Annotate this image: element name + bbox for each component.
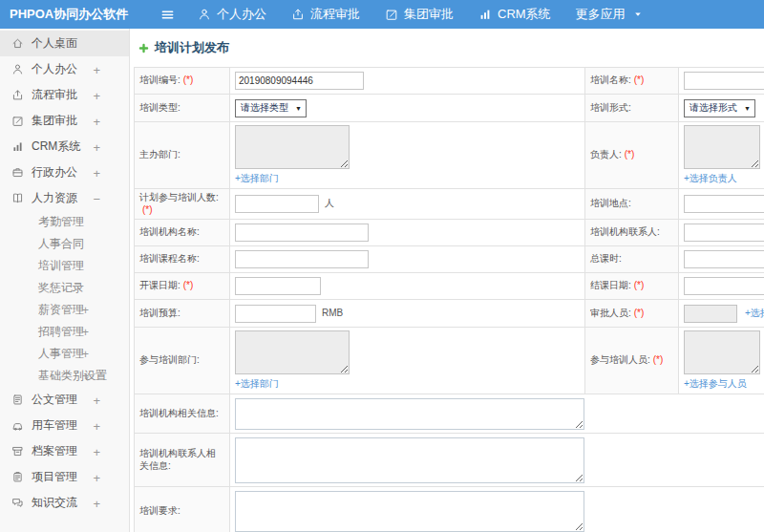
participating-staff-textarea[interactable] (684, 330, 760, 374)
field-cell: +选择负责人 (679, 122, 764, 189)
sidebar-item-project-management[interactable]: 项目管理+ (0, 464, 129, 490)
planned-participants-input[interactable] (235, 195, 319, 213)
form-row: 计划参与培训人数:(*)人培训地点: (135, 189, 764, 220)
sidebar-subitem-recruit-management[interactable]: 招聘管理+ (0, 321, 129, 343)
sidebar-subitem-personnel-contract[interactable]: 人事合同 (0, 233, 129, 255)
field-label-training-budget: 培训预算: (135, 300, 230, 328)
total-hours-input[interactable] (684, 250, 764, 268)
sidebar-item-archive-management[interactable]: 档案管理+ (0, 438, 129, 464)
topnav-item-personal-office[interactable]: 个人办公 (198, 6, 266, 23)
label-text: 参与培训部门: (139, 354, 200, 365)
training-location-input[interactable] (684, 195, 764, 213)
required-marker: (*) (653, 354, 664, 365)
participating-departments-textarea[interactable] (235, 330, 350, 374)
field-label-org-info: 培训机构相关信息: (135, 394, 230, 434)
topnav-item-workflow-approval[interactable]: 流程审批 (291, 6, 360, 23)
field-cell (230, 68, 585, 95)
sidebar-item-label: 公文管理 (32, 392, 77, 408)
expand-toggle-icon[interactable]: + (93, 63, 100, 75)
sidebar-item-personal-desktop[interactable]: 个人桌面 (0, 31, 129, 56)
sidebar-subitem-salary-management[interactable]: 薪资管理+ (0, 299, 129, 321)
sidebar-subitem-base-category-setting[interactable]: 基础类别设置+ (0, 365, 129, 387)
label-text: 结课日期: (590, 280, 631, 290)
label-text: 计划参与培训人数: (139, 192, 219, 202)
topnav-item-crm-system[interactable]: CRM系统 (478, 6, 551, 23)
expand-toggle-icon[interactable]: + (93, 115, 100, 127)
form-row: 培训课程名称:总课时: (135, 246, 764, 273)
sidebar-item-admin-office[interactable]: 行政办公+ (0, 160, 129, 185)
sidebar-item-human-resources[interactable]: 人力资源− (0, 185, 129, 211)
field-cell (230, 394, 764, 434)
sidebar-item-personal-office[interactable]: 个人办公+ (0, 56, 129, 82)
org-contact-info-textarea[interactable] (235, 437, 584, 483)
sidebar-item-document-management[interactable]: 公文管理+ (0, 387, 129, 413)
expand-toggle-icon[interactable]: + (93, 445, 100, 458)
leader-textarea[interactable] (684, 125, 760, 169)
hamburger-menu-icon (160, 8, 175, 22)
label-text: 培训机构名称: (139, 226, 200, 237)
expand-toggle-icon[interactable]: + (93, 89, 100, 101)
expand-toggle-icon[interactable]: + (93, 497, 100, 509)
field-cell (230, 246, 585, 273)
course-name-input[interactable] (235, 250, 369, 268)
sidebar-subitem-attendance-management[interactable]: 考勤管理 (0, 211, 129, 233)
content-shell: 个人桌面个人办公+流程审批+集团审批+CRM系统+行政办公+人力资源−考勤管理人… (0, 29, 764, 532)
topnav-item-group-approval[interactable]: 集团审批 (385, 6, 454, 23)
sidebar-subitem-label: 薪资管理 (38, 302, 84, 318)
training-budget-input[interactable] (235, 305, 316, 323)
sidebar-item-workflow-approval[interactable]: 流程审批+ (0, 82, 129, 108)
training-form-select[interactable]: 请选择形式▼ (684, 99, 755, 117)
select-department-link[interactable]: +选择部门 (235, 172, 580, 185)
select-leader-link[interactable]: +选择负责人 (684, 172, 764, 185)
expand-toggle-icon[interactable]: + (93, 419, 100, 432)
sidebar-subitem-training-management[interactable]: 培训管理 (0, 255, 129, 277)
expand-toggle-icon[interactable]: + (93, 166, 100, 179)
expand-toggle-icon[interactable]: − (93, 192, 100, 204)
sidebar-subitem-label: 人事管理 (38, 346, 84, 362)
topnav-item-more-apps[interactable]: 更多应用 (576, 6, 648, 23)
field-label-participating-departments: 参与培训部门: (135, 328, 230, 394)
approvers-input[interactable] (684, 305, 737, 323)
select-department2-link[interactable]: +选择部门 (235, 377, 580, 391)
training-org-contact-input[interactable] (684, 223, 764, 242)
select-participants-link[interactable]: +选择参与人员 (684, 377, 764, 391)
org-info-textarea[interactable] (235, 398, 584, 430)
sidebar-item-vehicle-management[interactable]: 用车管理+ (0, 413, 129, 438)
field-cell: RMB (230, 300, 585, 328)
end-date-input[interactable] (684, 277, 764, 295)
sidebar-item-label: 知识交流 (32, 495, 77, 511)
sidebar-item-knowledge-exchange[interactable]: 知识交流+ (0, 490, 129, 516)
field-cell (679, 189, 764, 220)
expand-toggle-icon[interactable]: + (93, 471, 100, 483)
topnav-label: 集团审批 (404, 6, 454, 23)
start-date-input[interactable] (235, 277, 321, 295)
form-row: 培训机构相关信息: (135, 394, 764, 434)
doc-icon (11, 394, 24, 406)
training-name-input[interactable] (684, 72, 764, 90)
label-text: 培训形式: (590, 102, 631, 113)
host-department-textarea[interactable] (235, 125, 350, 169)
select-approvers-link[interactable]: +选择审批人员 (745, 308, 764, 318)
training-requirements-textarea[interactable] (235, 491, 584, 532)
sidebar-subitem-label: 基础类别设置 (38, 368, 107, 384)
page-title: 培训计划发布 (155, 39, 229, 56)
sidebar-item-crm-system[interactable]: CRM系统+ (0, 134, 129, 160)
sidebar-subitem-reward-punishment[interactable]: 奖惩记录 (0, 277, 129, 299)
training-type-select[interactable]: 请选择类型▼ (235, 99, 307, 117)
expand-toggle-icon[interactable]: + (82, 327, 89, 338)
expand-toggle-icon[interactable]: + (82, 371, 89, 382)
expand-toggle-icon[interactable]: + (93, 140, 100, 153)
expand-toggle-icon[interactable]: + (82, 349, 89, 360)
expand-toggle-icon[interactable]: + (93, 394, 100, 406)
form-row: 开课日期:(*)结课日期:(*) (135, 273, 764, 300)
hamburger-menu-button[interactable] (160, 8, 175, 22)
label-text: 培训机构联系人: (590, 226, 660, 237)
sidebar-subitem-personnel-management[interactable]: 人事管理+ (0, 343, 129, 365)
training-number-input[interactable] (235, 72, 364, 90)
topnav-label: 个人办公 (217, 6, 266, 23)
sidebar-item-group-approval[interactable]: 集团审批+ (0, 108, 129, 134)
training-org-name-input[interactable] (235, 223, 369, 242)
expand-toggle-icon[interactable]: + (82, 305, 89, 316)
field-label-training-type: 培训类型: (135, 95, 230, 122)
training-plan-form: 培训编号:(*)培训名称:(*)培训类型:请选择类型▼培训形式:请选择形式▼主办… (134, 67, 764, 532)
